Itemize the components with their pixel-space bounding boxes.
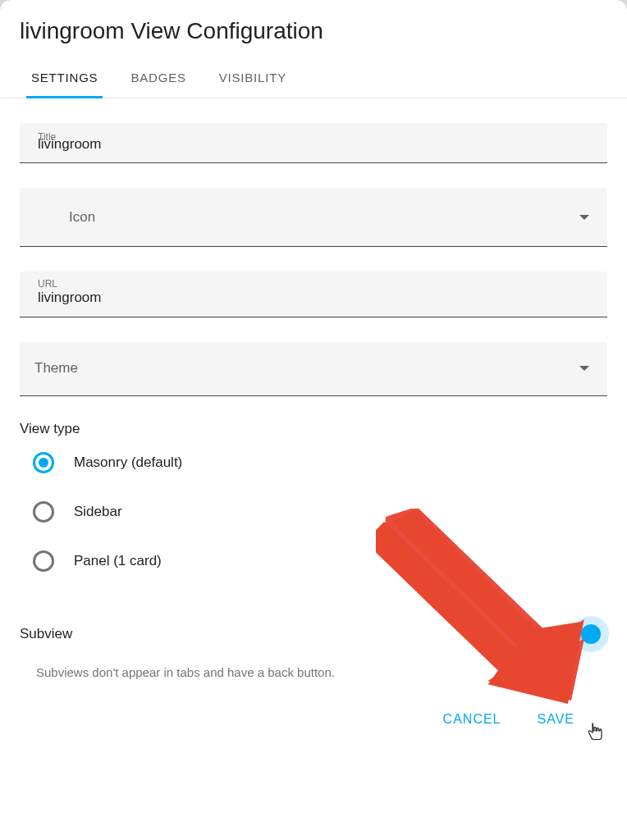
theme-label: Theme	[34, 360, 78, 377]
chevron-down-icon	[579, 215, 589, 220]
radio-icon	[33, 501, 54, 523]
subview-toggle[interactable]	[561, 626, 597, 642]
dialog-container: livingroom View Configuration SETTINGS B…	[0, 0, 627, 727]
title-label: Title	[38, 131, 56, 143]
view-type-radio-group: Masonry (default) Sidebar Panel (1 card)	[20, 452, 607, 572]
corner-decoration	[0, 0, 10, 10]
cancel-button[interactable]: CANCEL	[443, 712, 501, 727]
title-field[interactable]: Title livingroom	[20, 123, 607, 163]
corner-decoration	[617, 0, 627, 10]
radio-masonry[interactable]: Masonry (default)	[33, 452, 607, 473]
radio-label: Masonry (default)	[74, 454, 182, 471]
url-field[interactable]: URL livingroom	[20, 272, 607, 317]
radio-icon	[33, 452, 54, 473]
subview-row: Subview	[20, 626, 607, 642]
toggle-thumb	[581, 624, 601, 644]
cursor-pointer-icon	[588, 722, 604, 744]
radio-label: Panel (1 card)	[74, 553, 162, 569]
view-type-label: View type	[20, 421, 607, 437]
icon-label: Icon	[69, 209, 95, 226]
radio-panel[interactable]: Panel (1 card)	[33, 550, 607, 572]
settings-panel: Title livingroom Icon URL livingroom The…	[0, 98, 627, 727]
tab-badges[interactable]: BADGES	[126, 59, 190, 98]
subview-hint: Subviews don't appear in tabs and have a…	[20, 665, 607, 679]
theme-dropdown[interactable]: Theme	[20, 342, 607, 396]
radio-icon	[33, 550, 54, 572]
save-button[interactable]: SAVE	[538, 712, 575, 727]
url-label: URL	[38, 278, 57, 290]
tab-settings[interactable]: SETTINGS	[26, 59, 103, 98]
tabs-bar: SETTINGS BADGES VISIBILITY	[0, 59, 627, 98]
dialog-footer: CANCEL SAVE	[20, 679, 607, 727]
radio-sidebar[interactable]: Sidebar	[33, 501, 607, 523]
tab-visibility[interactable]: VISIBILITY	[214, 59, 291, 98]
chevron-down-icon	[579, 366, 589, 371]
icon-dropdown[interactable]: Icon	[20, 188, 607, 247]
url-value: livingroom	[38, 290, 589, 306]
radio-label: Sidebar	[74, 504, 122, 520]
dialog-title: livingroom View Configuration	[0, 10, 627, 59]
subview-label: Subview	[20, 626, 72, 642]
title-value: livingroom	[38, 136, 589, 153]
